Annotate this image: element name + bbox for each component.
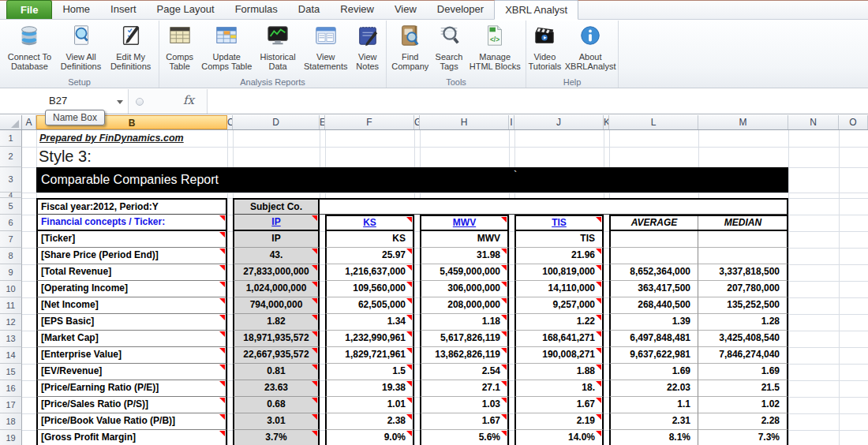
ticker-header-mwv[interactable]: MWV: [420, 215, 509, 231]
row-header-7[interactable]: 7: [0, 231, 22, 248]
value-cell[interactable]: 23.63: [233, 380, 320, 397]
prepared-by-text[interactable]: Prepared by FinDynamics.com: [39, 133, 184, 144]
historical-data-button[interactable]: Historical Data: [258, 22, 297, 73]
value-cell[interactable]: 0.68: [233, 397, 320, 413]
value-cell[interactable]: 1.5: [325, 364, 414, 380]
column-header-f[interactable]: F: [325, 115, 414, 129]
tab-data[interactable]: Data: [288, 0, 330, 19]
value-cell[interactable]: 18,971,935,572: [233, 331, 320, 347]
row-header-14[interactable]: 14: [0, 347, 22, 364]
comps-table-button[interactable]: Comps Table: [164, 22, 195, 73]
value-cell[interactable]: 43.: [233, 248, 320, 264]
row-header-19[interactable]: 19: [0, 430, 22, 445]
row-header-16[interactable]: 16: [0, 380, 22, 397]
view-statements-button[interactable]: View Statements: [302, 22, 350, 73]
value-cell[interactable]: 1.69: [609, 364, 698, 380]
search-tags-button[interactable]: Search Tags: [434, 22, 465, 73]
value-cell[interactable]: 14,110,000: [514, 281, 604, 297]
value-cell[interactable]: 1,024,000,000: [233, 281, 320, 297]
value-cell[interactable]: 1.01: [325, 397, 414, 413]
value-cell[interactable]: 1.03: [420, 397, 509, 413]
value-cell[interactable]: 5,617,826,119: [420, 331, 509, 347]
value-cell[interactable]: 100,819,000: [514, 264, 604, 281]
value-cell[interactable]: 21.96: [514, 248, 604, 264]
ticker-link-tis[interactable]: TIS: [552, 217, 567, 228]
value-cell[interactable]: 109,560,000: [325, 281, 414, 297]
row-header-3[interactable]: 3: [0, 167, 22, 193]
manage-html-blocks-button[interactable]: </> Manage HTML Blocks: [468, 22, 522, 73]
value-cell[interactable]: 0.81: [233, 364, 320, 380]
value-cell[interactable]: [698, 248, 788, 264]
report-banner[interactable]: Comparable Companies Report `: [36, 167, 788, 193]
value-cell[interactable]: 22.03: [609, 380, 698, 397]
concept-cell[interactable]: [Share Price (Period End)]: [36, 248, 227, 264]
value-cell[interactable]: 2.31: [609, 413, 698, 430]
column-header-a[interactable]: A: [22, 115, 36, 129]
tab-home[interactable]: Home: [52, 0, 100, 19]
tab-view[interactable]: View: [384, 0, 427, 19]
column-header-g[interactable]: G: [414, 115, 420, 129]
row-header-18[interactable]: 18: [0, 413, 22, 430]
concept-cell[interactable]: [Enterprise Value]: [36, 347, 227, 364]
tab-xbrl-analyst[interactable]: XBRL Analyst: [494, 0, 578, 20]
value-cell[interactable]: 794,000,000: [233, 297, 320, 314]
median-header-cell[interactable]: MEDIAN: [699, 216, 787, 230]
tab-formulas[interactable]: Formulas: [225, 0, 288, 19]
worksheet-grid[interactable]: 1 2 3 4 5 6 7 8 9 10 11 12 13 14 15 16 1…: [0, 130, 868, 445]
value-cell[interactable]: 1.82: [233, 314, 320, 331]
ticker-link-ks[interactable]: KS: [363, 217, 376, 228]
tab-developer[interactable]: Developer: [427, 0, 494, 19]
column-header-k[interactable]: K: [604, 115, 609, 129]
value-cell[interactable]: 3.01: [233, 413, 320, 430]
value-cell[interactable]: 19.38: [325, 380, 414, 397]
tab-file[interactable]: File: [6, 0, 52, 19]
column-header-l[interactable]: L: [609, 115, 698, 129]
value-cell[interactable]: 5.6%: [420, 430, 509, 445]
value-cell[interactable]: MWV: [420, 231, 509, 248]
select-all-corner[interactable]: [0, 115, 22, 129]
row-header-2[interactable]: 2: [0, 147, 22, 167]
column-header-i[interactable]: I: [509, 115, 514, 129]
edit-my-definitions-button[interactable]: Edit My Definitions: [109, 22, 152, 73]
value-cell[interactable]: 1.67: [514, 397, 604, 413]
value-cell[interactable]: [609, 231, 698, 248]
row-header-8[interactable]: 8: [0, 248, 22, 264]
value-cell[interactable]: 3,337,818,500: [698, 264, 788, 281]
column-header-d[interactable]: D: [233, 115, 320, 129]
column-header-o[interactable]: O: [839, 115, 868, 129]
concept-cell[interactable]: [Operating Income]: [36, 281, 227, 297]
column-header-j[interactable]: J: [514, 115, 604, 129]
value-cell[interactable]: 208,000,000: [420, 297, 509, 314]
view-notes-button[interactable]: View Notes: [354, 22, 381, 73]
value-cell[interactable]: TIS: [514, 231, 604, 248]
value-cell[interactable]: 31.98: [420, 248, 509, 264]
value-cell[interactable]: 207,780,000: [698, 281, 788, 297]
value-cell[interactable]: 2.28: [698, 413, 788, 430]
value-cell[interactable]: 1.1: [609, 397, 698, 413]
value-cell[interactable]: [698, 231, 788, 248]
value-cell[interactable]: 168,641,271: [514, 331, 604, 347]
value-cell[interactable]: 14.0%: [514, 430, 604, 445]
value-cell[interactable]: 6,497,848,481: [609, 331, 698, 347]
value-cell[interactable]: 1.67: [420, 413, 509, 430]
value-cell[interactable]: 7.3%: [698, 430, 788, 445]
concept-cell[interactable]: [Price/Earning Ratio (P/E)]: [36, 380, 227, 397]
value-cell[interactable]: 27.1: [420, 380, 509, 397]
row-header-13[interactable]: 13: [0, 331, 22, 347]
ticker-link-ip[interactable]: IP: [271, 216, 280, 227]
value-cell[interactable]: 1,829,721,961: [325, 347, 414, 364]
value-cell[interactable]: 3,425,408,540: [698, 331, 788, 347]
concept-cell[interactable]: [Ticker]: [36, 231, 227, 248]
column-header-c[interactable]: C: [227, 115, 233, 129]
value-cell[interactable]: 9,637,622,981: [609, 347, 698, 364]
value-cell[interactable]: 2.19: [514, 413, 604, 430]
value-cell[interactable]: 62,505,000: [325, 297, 414, 314]
row-header-17[interactable]: 17: [0, 397, 22, 413]
value-cell[interactable]: 9,257,000: [514, 297, 604, 314]
ticker-header-ip[interactable]: IP: [233, 215, 320, 231]
row-header-6[interactable]: 6: [0, 215, 22, 231]
value-cell[interactable]: 13,862,826,119: [420, 347, 509, 364]
header-strip-empty[interactable]: [320, 198, 788, 215]
concept-cell[interactable]: [Price/Book Value Ratio (P/B)]: [36, 413, 227, 430]
row-header-9[interactable]: 9: [0, 264, 22, 281]
